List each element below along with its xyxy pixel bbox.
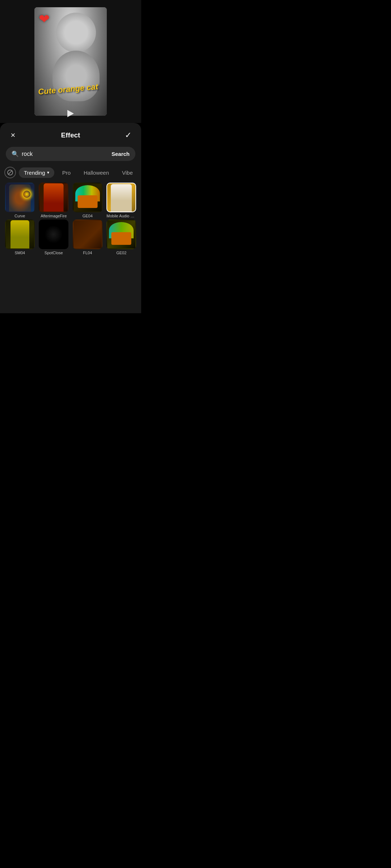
tab-pro[interactable]: Pro bbox=[57, 167, 76, 178]
dropdown-arrow-icon: ▾ bbox=[47, 170, 49, 175]
thumb-spot bbox=[45, 225, 63, 243]
effect-thumb-ge02 bbox=[106, 220, 136, 249]
effect-ge04[interactable]: GE04 bbox=[71, 183, 104, 218]
effect-label-ge04: GE04 bbox=[83, 214, 93, 218]
effect-thumb-sm04 bbox=[5, 220, 35, 249]
effect-mobile-audio[interactable]: Mobile Audio Visua bbox=[105, 183, 138, 218]
effect-curve[interactable]: Curve bbox=[4, 183, 36, 218]
no-effect-tab[interactable] bbox=[4, 167, 16, 178]
effect-thumb-curve bbox=[5, 183, 35, 212]
search-bar: 🔍 Search bbox=[6, 147, 135, 161]
panel-header: × Effect ✓ bbox=[0, 123, 141, 145]
video-preview: ❤ Cute orange cat bbox=[34, 7, 107, 116]
tab-vibe[interactable]: Vibe bbox=[117, 167, 138, 178]
search-button[interactable]: Search bbox=[112, 151, 130, 157]
tab-halloween[interactable]: Halloween bbox=[79, 167, 114, 178]
effect-thumb-ge04 bbox=[73, 183, 102, 212]
effect-thumb-spotclose bbox=[39, 220, 68, 249]
thumb-person bbox=[9, 184, 31, 212]
video-preview-section: ❤ Cute orange cat bbox=[0, 0, 141, 123]
tab-trending[interactable]: Trending ▾ bbox=[19, 167, 54, 178]
thumb-van bbox=[112, 232, 131, 245]
effect-label-fl04: FL04 bbox=[83, 251, 92, 255]
play-button[interactable] bbox=[67, 110, 74, 117]
effect-label-sm04: SM04 bbox=[14, 251, 25, 255]
effect-afterimage-fire[interactable]: AfterimageFire bbox=[38, 183, 70, 218]
close-button[interactable]: × bbox=[7, 129, 19, 141]
thumb-sparkle bbox=[23, 191, 30, 198]
no-effect-icon bbox=[7, 170, 13, 175]
effects-grid: Curve AfterimageFire GE04 Mobile Audio V… bbox=[0, 183, 141, 259]
effect-label-ge02: GE02 bbox=[116, 251, 126, 255]
effect-label-audio: Mobile Audio Visua bbox=[106, 214, 136, 218]
thumb-person bbox=[111, 184, 132, 212]
thumb-person bbox=[10, 220, 29, 248]
effect-label-afterimage: AfterimageFire bbox=[41, 214, 67, 218]
thumb-person bbox=[44, 183, 64, 212]
tab-basic[interactable]: Basic bbox=[141, 167, 141, 178]
heart-icon: ❤ bbox=[39, 12, 50, 27]
effect-label-spotclose: SpotClose bbox=[45, 251, 63, 255]
category-tabs: Trending ▾ Pro Halloween Vibe Basic Ope bbox=[0, 165, 141, 183]
cat-head bbox=[56, 13, 96, 52]
search-input[interactable] bbox=[22, 151, 109, 157]
confirm-button[interactable]: ✓ bbox=[122, 129, 134, 141]
effect-fl04[interactable]: FL04 bbox=[71, 220, 104, 255]
thumb-van bbox=[77, 195, 97, 208]
search-icon: 🔍 bbox=[12, 150, 19, 157]
effect-sm04[interactable]: SM04 bbox=[4, 220, 36, 255]
bottom-panel: × Effect ✓ 🔍 Search Trending ▾ Pro Hallo… bbox=[0, 123, 141, 313]
effect-thumb-fl04 bbox=[73, 220, 102, 249]
effect-label-curve: Curve bbox=[14, 214, 25, 218]
effect-spot-close[interactable]: SpotClose bbox=[38, 220, 70, 255]
effect-thumb-audio bbox=[106, 183, 136, 212]
panel-title: Effect bbox=[61, 131, 80, 139]
effect-thumb-afterimage bbox=[39, 183, 68, 212]
effect-ge02[interactable]: GE02 bbox=[105, 220, 138, 255]
